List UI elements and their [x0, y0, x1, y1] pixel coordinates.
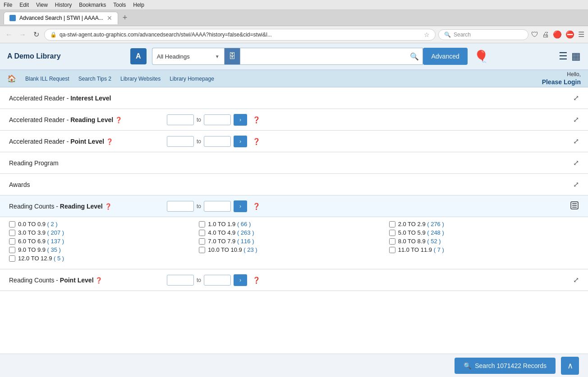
checkbox-input-3.0-3.9[interactable] [9, 230, 15, 236]
search-records-icon: 🔍 [464, 362, 471, 369]
help-ar-point-icon[interactable]: ❓ [253, 138, 260, 145]
checkbox-input-1.0-1.9[interactable] [199, 221, 205, 227]
checkbox-4.0-4.9[interactable]: 4.0 TO 4.9 ( 263 ) [199, 229, 389, 236]
expand-ar-interest-icon[interactable]: ⤢ [573, 94, 579, 102]
nav-bar: 🏠 Blank ILL Request Search Tips 2 Librar… [0, 70, 588, 87]
search-icon-button[interactable]: 🔍 [406, 48, 423, 65]
scroll-to-top-button[interactable]: ∧ [561, 357, 579, 375]
checkbox-input-7.0-7.9[interactable] [199, 238, 205, 245]
expand-ar-reading-icon[interactable]: ⤢ [573, 115, 579, 124]
nav-link-homepage[interactable]: Library Homepage [170, 76, 214, 82]
checkbox-input-4.0-4.9[interactable] [199, 230, 205, 236]
print-icon[interactable]: 🖨 [542, 31, 549, 39]
expand-ar-point-icon[interactable]: ⤢ [573, 137, 579, 145]
checkbox-row-1: 0.0 TO 0.9 ( 2 ) 1.0 TO 1.9 ( 66 ) 2.0 T… [9, 221, 579, 227]
nav-link-tips[interactable]: Search Tips 2 [78, 76, 111, 82]
checkbox-8.0-8.9[interactable]: 8.0 TO 8.9 ( 52 ) [389, 238, 579, 245]
browser-menu-bar: File Edit View History Bookmarks Tools H… [0, 0, 588, 10]
checkbox-input-6.0-6.9[interactable] [9, 238, 15, 245]
expand-rc-reading-icon[interactable] [570, 201, 579, 212]
menu-view[interactable]: View [36, 2, 48, 8]
checkbox-input-8.0-8.9[interactable] [389, 238, 395, 245]
range-rc-reading-go[interactable]: › [234, 200, 247, 212]
menu-help[interactable]: Help [133, 2, 144, 8]
browser-tab-bar: Advanced Search | STWI | AAAA... ✕ + [0, 10, 588, 26]
menu-icon[interactable]: ☰ [578, 30, 584, 39]
list-view-icon[interactable]: ☰ [559, 50, 568, 62]
range-rc-point-go[interactable]: › [234, 274, 247, 286]
range-ar-reading-go[interactable]: › [234, 114, 247, 126]
range-rc-point-from[interactable] [167, 275, 194, 286]
expand-awards-icon[interactable]: ⤢ [573, 180, 579, 189]
header-right-icons: ☰ ▦ [559, 50, 581, 62]
range-ar-point-go[interactable]: › [234, 136, 247, 147]
active-tab[interactable]: Advanced Search | STWI | AAAA... ✕ [4, 12, 118, 24]
address-bar[interactable]: 🔒 qa-stwi-agent.auto-graphics.com/advanc… [44, 29, 436, 41]
search-records-button[interactable]: 🔍 Search 1071422 Records [455, 358, 556, 374]
menu-file[interactable]: File [4, 2, 12, 8]
range-ar-reading-to[interactable] [204, 114, 231, 125]
checkbox-input-2.0-2.9[interactable] [389, 221, 395, 227]
checkbox-input-5.0-5.9[interactable] [389, 230, 395, 236]
shield-icon[interactable]: 🛡 [531, 31, 538, 39]
checkbox-3.0-3.9[interactable]: 3.0 TO 3.9 ( 207 ) [9, 229, 199, 236]
checkbox-1.0-1.9[interactable]: 1.0 TO 1.9 ( 66 ) [199, 221, 389, 227]
extension-icon[interactable]: 🔴 [553, 30, 562, 39]
checkbox-12.0-12.9[interactable]: 12.0 TO 12.9 ( 5 ) [9, 255, 199, 262]
section-ar-reading: Accelerated Reader - Reading Level ❓ to … [0, 109, 588, 131]
grid-view-icon[interactable]: ▦ [571, 50, 581, 62]
checkbox-11.0-11.9[interactable]: 11.0 TO 11.9 ( 7 ) [389, 246, 579, 253]
checkbox-input-12.0-12.9[interactable] [9, 255, 15, 262]
menu-tools[interactable]: Tools [113, 2, 126, 8]
please-login-link[interactable]: Please Login [542, 78, 581, 86]
checkbox-input-9.0-9.9[interactable] [9, 247, 15, 253]
block-icon[interactable]: ⛔ [565, 30, 574, 39]
database-icon-button[interactable]: 🗄 [224, 48, 240, 65]
section-title-awards: Awards [9, 181, 167, 188]
home-icon[interactable]: 🏠 [7, 74, 16, 83]
range-rc-reading-to[interactable] [204, 201, 231, 212]
range-ar-point-to[interactable] [204, 136, 231, 147]
checkbox-0.0-0.9[interactable]: 0.0 TO 0.9 ( 2 ) [9, 221, 199, 227]
tab-title: Advanced Search | STWI | AAAA... [19, 15, 103, 21]
range-ar-point: to › ❓ [167, 136, 573, 147]
range-ar-reading-from[interactable] [167, 114, 194, 125]
search-records-label: Search 1071422 Records [475, 362, 547, 369]
main-search-input[interactable] [240, 48, 406, 65]
range-rc-reading-from[interactable] [167, 201, 194, 212]
checkbox-input-0.0-0.9[interactable] [9, 221, 15, 227]
checkbox-9.0-9.9[interactable]: 9.0 TO 9.9 ( 35 ) [9, 246, 199, 253]
footer-bar: 🔍 Search 1071422 Records ∧ [0, 354, 588, 377]
checkbox-input-10.0-10.9[interactable] [199, 247, 205, 253]
bookmark-star-icon[interactable]: ☆ [424, 31, 430, 38]
checkbox-2.0-2.9[interactable]: 2.0 TO 2.9 ( 276 ) [389, 221, 579, 227]
back-button[interactable]: ← [4, 29, 14, 40]
tab-close-button[interactable]: ✕ [107, 14, 112, 22]
range-ar-reading: to › ❓ [167, 114, 573, 126]
checkbox-5.0-5.9[interactable]: 5.0 TO 5.9 ( 248 ) [389, 229, 579, 236]
nav-link-websites[interactable]: Library Websites [120, 76, 161, 82]
help-ar-reading-icon[interactable]: ❓ [253, 116, 260, 123]
range-ar-point-from[interactable] [167, 136, 194, 147]
nav-link-ill[interactable]: Blank ILL Request [25, 76, 69, 82]
reload-button[interactable]: ↻ [31, 29, 41, 40]
help-rc-reading-icon[interactable]: ❓ [253, 203, 260, 210]
expand-rc-point-icon[interactable]: ⤢ [573, 276, 579, 284]
new-tab-button[interactable]: + [120, 13, 130, 23]
menu-edit[interactable]: Edit [19, 2, 29, 8]
help-rc-point-icon[interactable]: ❓ [253, 277, 260, 284]
checkbox-6.0-6.9[interactable]: 6.0 TO 6.9 ( 137 ) [9, 238, 199, 245]
checkbox-7.0-7.9[interactable]: 7.0 TO 7.9 ( 116 ) [199, 238, 389, 245]
checkbox-10.0-10.9[interactable]: 10.0 TO 10.9 ( 23 ) [199, 246, 389, 253]
browser-search-bar[interactable]: 🔍 Search [438, 29, 528, 40]
search-magnifier-icon: 🔍 [410, 52, 419, 61]
range-rc-point: to › ❓ [167, 274, 573, 286]
expand-reading-program-icon[interactable]: ⤢ [573, 159, 579, 167]
range-rc-point-to[interactable] [204, 275, 231, 286]
advanced-button[interactable]: Advanced [423, 48, 467, 65]
heading-dropdown[interactable]: All Headings ▼ [152, 48, 224, 65]
menu-bookmarks[interactable]: Bookmarks [79, 2, 106, 8]
checkbox-input-11.0-11.9[interactable] [389, 247, 395, 253]
menu-history[interactable]: History [55, 2, 72, 8]
forward-button[interactable]: → [17, 29, 28, 40]
